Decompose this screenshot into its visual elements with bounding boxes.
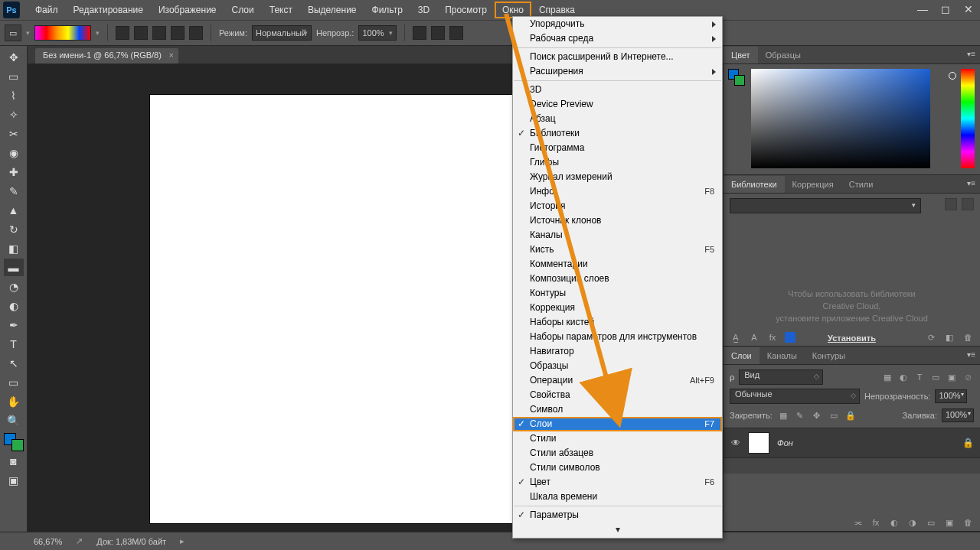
menu-item-изображение[interactable]: Изображение: [151, 2, 224, 18]
gradient-angle-icon[interactable]: [152, 26, 166, 40]
gradient-diamond-icon[interactable]: [189, 26, 203, 40]
info-arrow-icon[interactable]: ▸: [180, 536, 185, 546]
menu-entry[interactable]: Символ: [513, 402, 722, 417]
visibility-icon[interactable]: 👁: [730, 437, 742, 449]
close-icon[interactable]: ×: [168, 50, 173, 60]
color-swatch-icon[interactable]: [4, 433, 24, 451]
type-tool-icon[interactable]: T: [4, 335, 24, 353]
tab-swatches[interactable]: Образцы: [758, 47, 808, 63]
zoom-tool-icon[interactable]: 🔍: [4, 412, 24, 429]
menu-entry[interactable]: Стили символов: [513, 461, 722, 475]
panel-menu-icon[interactable]: ▾≡: [967, 179, 975, 187]
minimize-icon[interactable]: —: [916, 3, 929, 15]
layer-row[interactable]: 👁 Фон 🔒: [724, 428, 980, 458]
delete-layer-icon[interactable]: 🗑: [962, 517, 974, 528]
menu-item-редактирование[interactable]: Редактирование: [66, 2, 151, 18]
new-layer-icon[interactable]: ▣: [943, 517, 956, 528]
history-brush-tool-icon[interactable]: ↻: [4, 220, 24, 238]
menu-entry[interactable]: Коррекция: [513, 301, 722, 315]
doc-info[interactable]: Док: 1,83M/0 байт: [96, 537, 166, 546]
menu-entry[interactable]: Поиск расширений в Интернете...: [513, 50, 722, 64]
heal-tool-icon[interactable]: ✚: [4, 163, 24, 181]
stamp-tool-icon[interactable]: ▲: [4, 201, 24, 219]
menu-entry[interactable]: Расширения: [513, 64, 722, 79]
maximize-icon[interactable]: ◻: [939, 3, 952, 15]
tool-preset-icon[interactable]: ▭: [5, 24, 21, 41]
tab-styles[interactable]: Стили: [841, 176, 881, 193]
quick-mask-icon[interactable]: ◙: [4, 452, 24, 470]
wand-tool-icon[interactable]: ✧: [4, 106, 24, 123]
panel-menu-icon[interactable]: ▾≡: [967, 50, 975, 58]
dither-icon[interactable]: [431, 26, 445, 40]
menu-item-файл[interactable]: Файл: [28, 2, 66, 18]
trash-icon[interactable]: 🗑: [962, 332, 974, 343]
menu-entry[interactable]: ИнфоF8: [513, 184, 722, 199]
menu-entry[interactable]: СлоиF7: [513, 417, 722, 431]
char-icon[interactable]: A̲: [730, 332, 742, 343]
menu-entry[interactable]: Параметры: [513, 508, 722, 522]
path-select-tool-icon[interactable]: ↖: [4, 354, 24, 372]
lock-trans-icon[interactable]: ▦: [777, 410, 789, 421]
menu-entry[interactable]: Комментарии: [513, 257, 722, 272]
eraser-tool-icon[interactable]: ◧: [4, 239, 24, 257]
menu-item-текст[interactable]: Текст: [262, 2, 300, 18]
menu-item-просмотр[interactable]: Просмотр: [437, 2, 495, 18]
filter-toggle-icon[interactable]: ⊘: [962, 372, 974, 382]
menu-entry[interactable]: Композиции слоев: [513, 272, 722, 286]
pen-tool-icon[interactable]: ✒: [4, 316, 24, 334]
menu-entry[interactable]: ОперацииAlt+F9: [513, 373, 722, 388]
menu-entry[interactable]: ЦветF6: [513, 475, 722, 490]
menu-item-фильтр[interactable]: Фильтр: [364, 2, 410, 18]
menu-entry[interactable]: Свойства: [513, 388, 722, 402]
adjustment-layer-icon[interactable]: ◑: [906, 517, 919, 528]
menu-entry[interactable]: Библиотеки: [513, 126, 722, 141]
document-tab[interactable]: Без имени-1 @ 66,7% (RGB/8) ×: [35, 48, 178, 63]
menu-entry[interactable]: Стили: [513, 431, 722, 446]
tab-adjustments[interactable]: Коррекция: [785, 176, 841, 193]
tab-color[interactable]: Цвет: [724, 47, 758, 63]
link-layers-icon[interactable]: ⫘: [851, 517, 864, 528]
tab-channels[interactable]: Каналы: [760, 347, 805, 364]
menu-entry[interactable]: Гистограмма: [513, 141, 722, 155]
gradient-preview[interactable]: [34, 25, 91, 41]
menu-item-3d[interactable]: 3D: [410, 2, 437, 18]
menu-entry[interactable]: Стили абзацев: [513, 446, 722, 461]
menu-item-слои[interactable]: Слои: [224, 2, 262, 18]
opacity-select[interactable]: 100%: [358, 25, 397, 41]
layer-kind-select[interactable]: Вид: [739, 369, 823, 385]
gradient-reflected-icon[interactable]: [171, 26, 185, 40]
menu-entry[interactable]: Глифы: [513, 155, 722, 170]
opacity-input[interactable]: 100%: [935, 389, 967, 403]
menu-entry[interactable]: 3D: [513, 83, 722, 97]
grid-view-icon[interactable]: [945, 198, 957, 210]
lock-icon[interactable]: 🔒: [962, 438, 974, 448]
gradient-radial-icon[interactable]: [134, 26, 148, 40]
transparency-icon[interactable]: [449, 26, 463, 40]
filter-smart-icon[interactable]: ▣: [946, 372, 958, 382]
layer-thumbnail[interactable]: [748, 432, 769, 454]
tab-layers[interactable]: Слои: [724, 347, 760, 364]
gradient-linear-icon[interactable]: [116, 26, 129, 40]
menu-entry[interactable]: Журнал измерений: [513, 170, 722, 184]
dodge-tool-icon[interactable]: ◐: [4, 297, 24, 314]
menu-entry[interactable]: Шкала времени: [513, 490, 722, 504]
menu-entry[interactable]: Упорядочить: [513, 17, 722, 31]
filter-adjust-icon[interactable]: ◐: [897, 372, 910, 382]
lock-all-icon[interactable]: 🔒: [844, 410, 857, 421]
zoom-level[interactable]: 66,67%: [34, 537, 62, 546]
blur-tool-icon[interactable]: ◔: [4, 278, 24, 295]
zoom-arrow-icon[interactable]: ↗: [76, 536, 83, 546]
layer-fx-icon[interactable]: fx: [870, 517, 882, 528]
reverse-icon[interactable]: [413, 26, 426, 40]
move-tool-icon[interactable]: ✥: [4, 48, 24, 66]
menu-entry[interactable]: История: [513, 199, 722, 213]
shape-tool-icon[interactable]: ▭: [4, 373, 24, 391]
filter-type-icon[interactable]: T: [913, 372, 926, 382]
blend-mode-select[interactable]: Обычные: [730, 389, 860, 404]
marquee-tool-icon[interactable]: ▭: [4, 67, 24, 85]
menu-entry[interactable]: Источник клонов: [513, 213, 722, 228]
menu-item-выделение[interactable]: Выделение: [300, 2, 364, 18]
gradient-tool-icon[interactable]: ▬: [4, 259, 24, 276]
blend-mode-select[interactable]: Нормальный: [252, 25, 312, 41]
filter-shape-icon[interactable]: ▭: [929, 372, 942, 382]
